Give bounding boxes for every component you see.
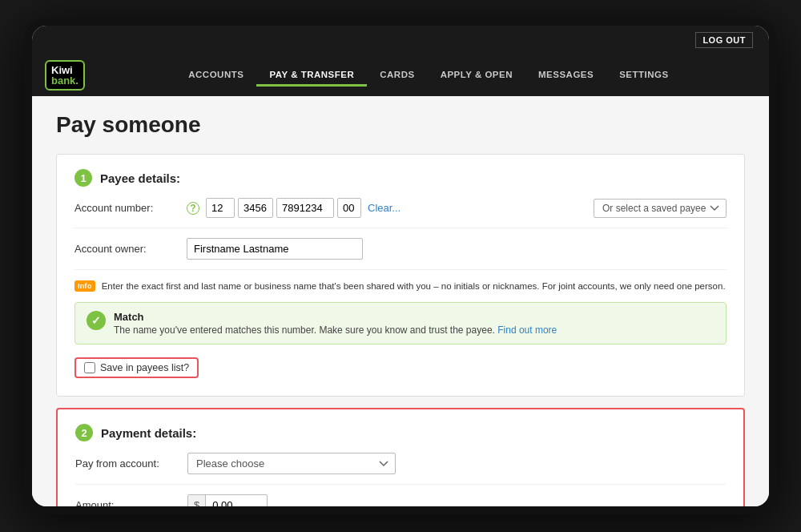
nav-item-apply-open[interactable]: APPLY & OPEN xyxy=(428,65,525,87)
info-row: Info Enter the exact first and last name… xyxy=(74,280,727,292)
pay-from-controls: Please choose xyxy=(187,453,726,474)
match-content: Match The name you've entered matches th… xyxy=(114,311,557,336)
match-find-out-more-link[interactable]: Find out more xyxy=(497,324,557,336)
account-number-label: Account number: xyxy=(74,202,187,214)
payment-details-section: 2 Payment details: Pay from account: Ple… xyxy=(56,408,745,506)
nav-item-settings[interactable]: SETTINGS xyxy=(606,65,682,87)
account-number-controls: ? Clear... Or select a saved payee xyxy=(187,198,727,218)
main-content: Pay someone 1 Payee details: Account num… xyxy=(32,96,769,506)
account-help-icon[interactable]: ? xyxy=(187,202,199,215)
account-part3-input[interactable] xyxy=(276,198,334,218)
save-payees-wrapper: Save in payees list? xyxy=(74,357,199,378)
section-2-number: 2 xyxy=(75,424,93,441)
account-part4-input[interactable] xyxy=(337,198,361,218)
pay-from-label: Pay from account: xyxy=(75,457,187,470)
saved-payee-select[interactable]: Or select a saved payee xyxy=(594,199,727,218)
account-owner-row: Account owner: xyxy=(74,238,727,270)
match-desc: The name you've entered matches this num… xyxy=(114,324,557,336)
save-payees-label: Save in payees list? xyxy=(100,362,189,373)
save-payees-checkbox[interactable] xyxy=(84,362,95,373)
account-owner-label: Account owner: xyxy=(74,243,187,255)
logo: Kiwi bank. xyxy=(45,60,85,91)
save-payees-row: Save in payees list? xyxy=(74,354,727,381)
logout-button[interactable]: LOG OUT xyxy=(695,32,753,48)
payee-details-section: 1 Payee details: Account number: ? Clear… xyxy=(56,154,745,397)
account-owner-input[interactable] xyxy=(187,238,363,260)
match-icon: ✓ xyxy=(87,311,106,330)
payee-details-header: 1 Payee details: xyxy=(74,169,727,187)
logo-bank-text: bank. xyxy=(51,75,78,86)
nav-bar: Kiwi bank. ACCOUNTS PAY & TRANSFER CARDS… xyxy=(32,54,769,96)
amount-row: Amount: $ xyxy=(75,494,726,506)
pay-from-row: Pay from account: Please choose xyxy=(75,453,726,485)
amount-input[interactable] xyxy=(206,495,262,506)
amount-controls: $ xyxy=(187,494,726,506)
amount-input-wrap: $ xyxy=(187,494,268,506)
nav-item-pay-transfer[interactable]: PAY & TRANSFER xyxy=(256,65,367,87)
nav-item-cards[interactable]: CARDS xyxy=(367,65,427,87)
info-badge: Info xyxy=(74,280,95,292)
amount-label: Amount: xyxy=(75,499,187,506)
nav-items: ACCOUNTS PAY & TRANSFER CARDS APPLY & OP… xyxy=(101,65,756,87)
amount-prefix: $ xyxy=(188,495,206,506)
account-part1-input[interactable] xyxy=(206,198,235,218)
match-box: ✓ Match The name you've entered matches … xyxy=(74,302,727,345)
page-title: Pay someone xyxy=(56,112,745,138)
match-title: Match xyxy=(114,311,557,323)
pay-from-select[interactable]: Please choose xyxy=(187,453,396,474)
nav-item-accounts[interactable]: ACCOUNTS xyxy=(175,65,256,87)
info-text: Enter the exact first and last name or b… xyxy=(102,280,726,292)
account-owner-controls xyxy=(187,238,727,260)
top-bar: LOG OUT xyxy=(32,26,769,54)
payment-details-title: Payment details: xyxy=(101,426,196,440)
nav-item-messages[interactable]: MESSAGES xyxy=(525,65,606,87)
account-number-row: Account number: ? Clear... Or select a s… xyxy=(74,198,727,228)
clear-link[interactable]: Clear... xyxy=(368,202,400,214)
account-part2-input[interactable] xyxy=(238,198,273,218)
section-1-number: 1 xyxy=(74,169,92,187)
payment-details-header: 2 Payment details: xyxy=(75,424,726,441)
payee-details-title: Payee details: xyxy=(100,171,180,185)
